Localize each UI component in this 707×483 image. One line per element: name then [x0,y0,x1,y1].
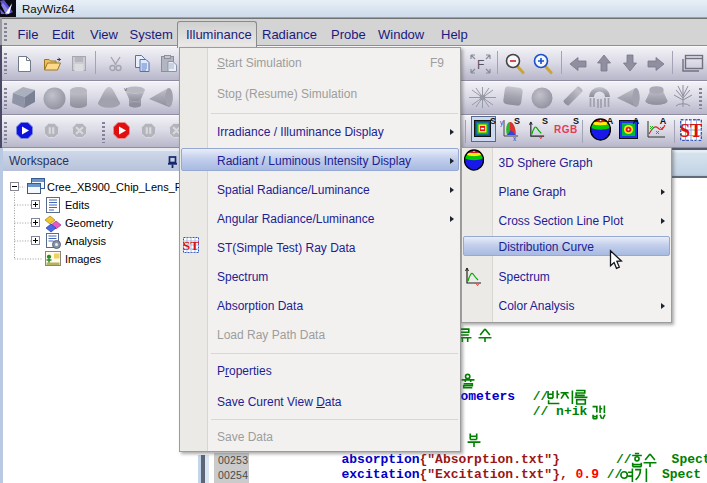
svg-text:S: S [542,116,548,126]
svg-text:F: F [477,58,484,72]
svg-text:v: v [124,86,127,92]
svg-text:A: A [633,116,640,126]
svg-text:A: A [660,116,667,126]
svg-text:S: S [573,116,579,126]
svg-text:S: S [514,116,520,126]
svg-text:S: S [490,116,496,126]
svg-text:A: A [607,116,614,126]
svg-text:y: y [500,119,504,127]
